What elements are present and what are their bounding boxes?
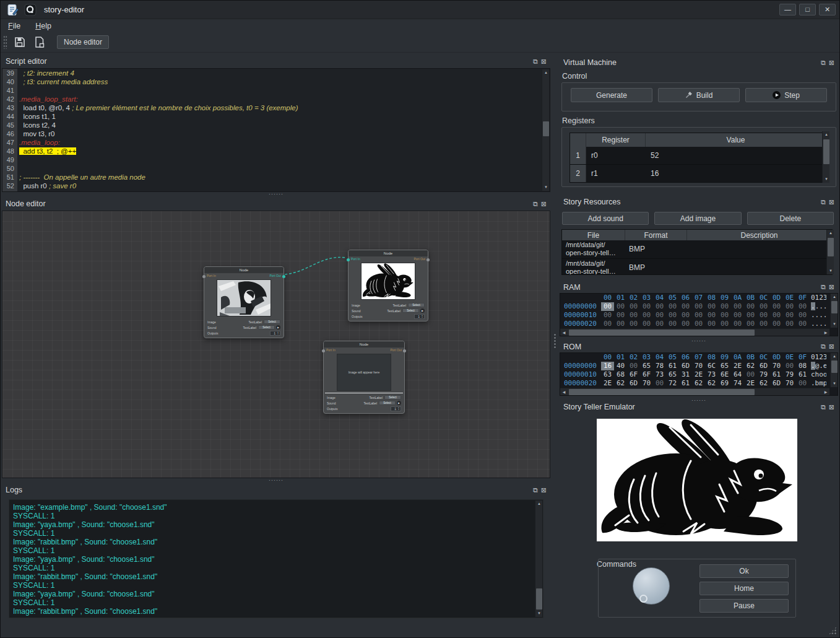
hex-byte[interactable]: 00 (627, 302, 640, 311)
hex-byte[interactable]: 00 (770, 320, 783, 328)
hex-byte[interactable]: 00 (705, 311, 718, 320)
hex-byte[interactable]: 40 (614, 362, 627, 370)
node-title[interactable]: Node (349, 250, 428, 256)
rom-hex-view[interactable]: 000102030405060708090A0B0C0D0E0F01234567… (560, 352, 838, 396)
description-column-header[interactable]: Description (687, 230, 832, 240)
hex-byte[interactable]: 70 (692, 362, 705, 370)
media-node-2[interactable]: Node Port In Port Out Image TextLabe (348, 250, 428, 321)
port-out-dot[interactable] (403, 349, 406, 352)
hex-byte[interactable]: 00 (744, 302, 757, 311)
hex-byte[interactable]: 79 (757, 370, 770, 379)
hex-byte[interactable]: 00 (692, 302, 705, 311)
menu-file[interactable]: File (8, 22, 20, 30)
hex-byte[interactable]: 00 (614, 302, 627, 311)
hex-byte[interactable]: 65 (718, 362, 731, 370)
hex-byte[interactable]: 00 (614, 320, 627, 328)
registers-row[interactable]: 2r116 (570, 165, 826, 183)
rom-hscroll-thumb[interactable] (569, 389, 755, 395)
scroll-down-icon[interactable]: ▼ (827, 268, 834, 274)
script-editor-code-area[interactable]: 39 ; t2: increment 440 ; t3: current med… (2, 68, 550, 192)
hex-byte[interactable]: 00 (783, 320, 796, 328)
node-canvas[interactable]: Node Port In Port Out Image TextLabe (2, 211, 550, 478)
resource-row[interactable]: /mnt/data/git/open-story-tell…BMP (562, 240, 832, 259)
pause-button[interactable]: Pause (699, 599, 789, 613)
hex-byte[interactable]: 62 (744, 362, 757, 370)
scroll-up-icon[interactable]: ▲ (823, 131, 830, 138)
hex-byte[interactable]: 74 (731, 379, 744, 388)
scroll-right-icon[interactable]: ▶ (822, 388, 829, 396)
scroll-up-icon[interactable]: ▲ (535, 500, 543, 507)
float-panel-icon[interactable]: ⧉ (821, 284, 826, 291)
column-splitter[interactable] (552, 53, 558, 637)
splitter-handle[interactable]: ······ (1, 478, 552, 483)
hex-byte[interactable]: 00 (757, 302, 770, 311)
sound-play-icon[interactable]: ▶ (397, 401, 401, 405)
hex-byte[interactable]: 00 (666, 302, 679, 311)
generate-button[interactable]: Generate (571, 88, 652, 102)
hex-byte[interactable]: 00 (640, 311, 653, 320)
hex-byte[interactable]: 00 (770, 311, 783, 320)
scroll-up-icon[interactable]: ▲ (542, 69, 550, 76)
scroll-up-icon[interactable]: ▲ (827, 230, 834, 237)
build-button[interactable]: Build (658, 88, 740, 102)
hex-byte[interactable]: 62 (692, 379, 705, 388)
hex-byte[interactable]: 00 (601, 320, 614, 328)
port-in-dot[interactable] (202, 275, 206, 278)
hex-byte[interactable]: 73 (705, 370, 718, 379)
hex-byte[interactable]: 00 (679, 311, 692, 320)
resources-scroll-thumb[interactable] (828, 238, 834, 256)
hex-byte[interactable]: 00 (731, 302, 744, 311)
sound-play-icon[interactable]: ▶ (276, 325, 280, 330)
hex-byte[interactable]: 00 (744, 311, 757, 320)
scroll-left-icon[interactable]: ◀ (560, 388, 568, 396)
value-column-header[interactable]: Value (646, 133, 826, 147)
rotary-knob[interactable] (633, 567, 670, 605)
hex-byte[interactable]: 70 (640, 379, 653, 388)
hex-byte[interactable]: 31 (679, 370, 692, 379)
close-panel-icon[interactable]: ⊠ (541, 58, 547, 65)
hex-byte[interactable]: 61 (679, 379, 692, 388)
logs-vscrollbar[interactable]: ▲ ▼ (535, 500, 542, 617)
hex-byte[interactable]: 00 (653, 379, 666, 388)
hex-byte[interactable]: 72 (666, 379, 679, 388)
hex-byte[interactable]: 69 (718, 379, 731, 388)
hex-row[interactable]: 0000002000000000000000000000000000000000… (560, 320, 838, 328)
scroll-right-icon[interactable]: ▶ (822, 329, 829, 336)
scroll-down-icon[interactable]: ▼ (831, 321, 838, 328)
node-title[interactable]: Node (204, 267, 284, 273)
hex-byte[interactable]: 6F (627, 370, 640, 379)
close-panel-icon[interactable]: ⊠ (829, 199, 834, 206)
hex-byte[interactable]: 00 (666, 320, 679, 328)
hex-byte[interactable]: 00 (796, 379, 809, 388)
hex-byte[interactable]: 00 (783, 362, 796, 370)
registers-table[interactable]: Register Value 1r0522r116 (569, 133, 827, 183)
hex-byte[interactable]: 65 (666, 370, 679, 379)
media-node-3[interactable]: Node Port In Port Out Image will appear … (323, 341, 405, 414)
rom-hscrollbar[interactable]: ◀ ▶ (560, 388, 829, 395)
float-panel-icon[interactable]: ⧉ (821, 343, 826, 350)
hex-byte[interactable]: 61 (796, 370, 809, 379)
ram-hex-view[interactable]: 000102030405060708090A0B0C0D0E0F01234567… (560, 293, 838, 336)
save-button[interactable] (12, 35, 27, 50)
add-sound-button[interactable]: Add sound (562, 212, 649, 225)
hex-byte[interactable]: 68 (614, 370, 627, 379)
float-panel-icon[interactable]: ⧉ (533, 487, 538, 494)
add-image-button[interactable]: Add image (654, 212, 741, 225)
hex-byte[interactable]: 00 (705, 320, 718, 328)
hex-byte[interactable]: 00 (627, 320, 640, 328)
script-scroll-thumb[interactable] (543, 121, 549, 136)
hex-row[interactable]: 0000001063686F6F7365312E736E640079617961… (560, 370, 838, 379)
hex-byte[interactable]: 00 (653, 302, 666, 311)
image-select-button[interactable]: Select (384, 395, 401, 400)
hex-byte[interactable]: 6F (640, 370, 653, 379)
logs-scroll-thumb[interactable] (536, 588, 542, 610)
export-binary-button[interactable] (32, 35, 47, 50)
resources-table[interactable]: File Format Description /mnt/data/git/op… (561, 229, 833, 275)
float-panel-icon[interactable]: ⧉ (821, 199, 826, 206)
hex-byte[interactable]: 2E (744, 379, 757, 388)
hex-byte[interactable]: 00 (601, 302, 614, 311)
hex-byte[interactable]: 00 (783, 302, 796, 311)
hex-byte[interactable]: 62 (705, 379, 718, 388)
ram-scroll-thumb[interactable] (831, 301, 838, 313)
hex-byte[interactable]: 65 (640, 362, 653, 370)
